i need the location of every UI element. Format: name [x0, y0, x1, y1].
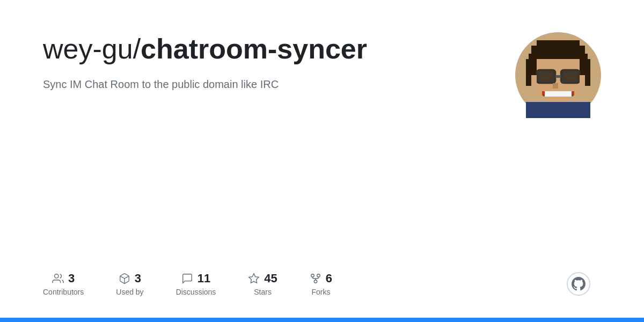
avatar	[515, 32, 601, 118]
svg-rect-13	[553, 83, 558, 89]
stat-discussions[interactable]: 11 Discussions	[176, 272, 216, 296]
title-section: wey-gu/chatroom-syncer Sync IM Chat Room…	[43, 32, 494, 123]
header-row: wey-gu/chatroom-syncer Sync IM Chat Room…	[43, 32, 601, 123]
repo-owner[interactable]: wey-gu/	[43, 33, 141, 64]
forks-count: 6	[326, 272, 332, 286]
stat-stars[interactable]: 45 Stars	[248, 272, 277, 296]
discussions-count: 11	[197, 272, 210, 286]
github-icon	[572, 277, 586, 291]
svg-marker-24	[249, 274, 259, 283]
stat-stars-top: 45	[248, 272, 277, 286]
contributors-icon	[52, 273, 64, 284]
forks-icon	[310, 273, 321, 284]
stat-contributors[interactable]: 3 Contributors	[43, 272, 84, 296]
main-content: wey-gu/chatroom-syncer Sync IM Chat Room…	[0, 0, 644, 318]
svg-rect-18	[526, 102, 590, 118]
forks-label: Forks	[311, 288, 330, 296]
svg-point-22	[55, 274, 58, 278]
svg-point-27	[317, 274, 320, 277]
stat-forks[interactable]: 6 Forks	[310, 272, 332, 296]
svg-rect-21	[580, 75, 585, 86]
stars-count: 45	[264, 272, 277, 286]
repo-title: wey-gu/chatroom-syncer	[43, 32, 494, 65]
svg-rect-19	[555, 75, 561, 78]
stat-forks-top: 6	[310, 272, 332, 286]
bottom-bar	[0, 318, 644, 322]
avatar-section	[515, 32, 601, 118]
stats-row: 3 Contributors 3 Used by 11	[43, 272, 601, 296]
discussions-label: Discussions	[176, 288, 216, 296]
svg-point-26	[311, 274, 314, 277]
stat-used-by-top: 3	[119, 272, 141, 286]
stat-discussions-top: 11	[181, 272, 210, 286]
svg-rect-12	[564, 72, 577, 80]
svg-rect-11	[539, 72, 553, 80]
contributors-label: Contributors	[43, 288, 84, 296]
star-icon	[248, 273, 260, 284]
github-icon-button[interactable]	[567, 272, 590, 296]
svg-rect-20	[531, 75, 537, 86]
used-by-count: 3	[135, 272, 141, 286]
used-by-label: Used by	[116, 288, 143, 296]
stars-label: Stars	[254, 288, 272, 296]
package-icon	[119, 273, 130, 284]
stat-contributors-top: 3	[52, 272, 75, 286]
repo-description: Sync IM Chat Room to the public domain l…	[43, 78, 494, 91]
svg-rect-16	[545, 91, 572, 97]
repo-name[interactable]: chatroom-syncer	[141, 33, 367, 64]
discussions-icon	[181, 273, 193, 284]
stat-used-by[interactable]: 3 Used by	[116, 272, 143, 296]
contributors-count: 3	[68, 272, 75, 286]
svg-point-25	[314, 280, 317, 283]
